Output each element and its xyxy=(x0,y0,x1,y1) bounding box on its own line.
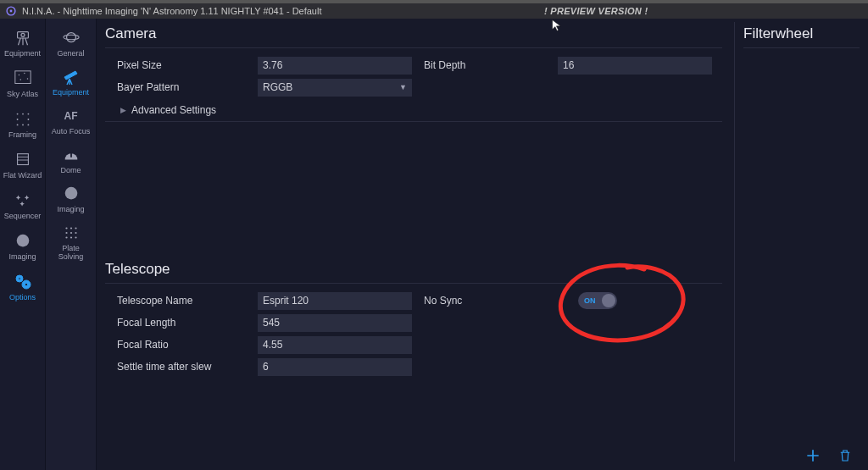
expander-advanced-settings[interactable]: ▶ Advanced Settings xyxy=(105,99,722,122)
svg-point-31 xyxy=(75,227,76,229)
svg-point-16 xyxy=(27,124,29,126)
input-focal-length[interactable] xyxy=(258,314,412,332)
nav-label: Options xyxy=(9,293,36,301)
nav-label: Flat Wizard xyxy=(3,171,42,180)
delete-button[interactable] xyxy=(836,446,854,465)
svg-point-29 xyxy=(65,227,67,229)
input-pixel-size[interactable] xyxy=(258,57,412,75)
nav-label: Imaging xyxy=(57,205,84,213)
svg-rect-4 xyxy=(14,71,30,84)
subnav-general[interactable]: General xyxy=(52,25,91,61)
svg-point-24 xyxy=(25,283,27,285)
row-settle-time: Settle time after slew xyxy=(105,357,722,377)
chevron-down-icon: ▼ xyxy=(399,83,407,91)
svg-point-34 xyxy=(75,232,76,234)
section-title-telescope: Telescope xyxy=(105,257,722,284)
toggle-no-sync[interactable]: ON xyxy=(578,292,617,309)
subnav-dome[interactable]: Dome xyxy=(52,142,91,178)
nav-label: Framing xyxy=(8,130,36,139)
label-focal-ratio: Focal Ratio xyxy=(105,339,258,351)
label-telescope-name: Telescope Name xyxy=(105,295,258,307)
nav-imaging[interactable]: Imaging xyxy=(3,229,42,264)
svg-point-30 xyxy=(70,227,71,229)
add-button[interactable] xyxy=(804,446,822,465)
preview-banner: ! PREVIEW VERSION ! xyxy=(544,6,648,16)
window-title: N.I.N.A. - Nighttime Imaging 'N' Astrono… xyxy=(22,6,322,16)
subnav-equipment[interactable]: Equipment xyxy=(52,64,91,100)
camera-tripod-icon xyxy=(12,29,34,47)
label-settle-time: Settle time after slew xyxy=(105,361,258,373)
nav-skyatlas[interactable]: Sky Atlas xyxy=(3,66,42,102)
svg-point-35 xyxy=(65,236,67,238)
dome-icon xyxy=(60,146,82,164)
svg-point-36 xyxy=(70,236,71,238)
secondary-sidebar: General Equipment AF Auto Focus Dome Ima… xyxy=(46,19,97,470)
nav-options[interactable]: Options xyxy=(3,269,42,305)
right-panel-actions xyxy=(804,446,854,465)
combo-bayer-value: RGGB xyxy=(263,81,292,93)
telescope-icon xyxy=(60,68,82,86)
triangle-right-icon: ▶ xyxy=(120,106,126,114)
toggle-no-sync-text: ON xyxy=(584,296,596,305)
combo-bayer-pattern[interactable]: RGGB ▼ xyxy=(258,79,412,97)
svg-point-37 xyxy=(75,236,76,238)
frame-dots-icon xyxy=(12,110,34,129)
svg-point-13 xyxy=(27,119,29,120)
nav-label: Imaging xyxy=(8,252,36,261)
af-icon: AF xyxy=(60,107,82,125)
gears-icon xyxy=(12,273,34,291)
subnav-platesolving[interactable]: Plate Solving xyxy=(52,220,91,264)
svg-point-12 xyxy=(16,119,18,120)
nav-label: Auto Focus xyxy=(52,127,91,135)
section-title-filterwheel: Filterwheel xyxy=(743,22,860,48)
input-bit-depth[interactable] xyxy=(558,57,712,75)
primary-sidebar: Equipment Sky Atlas Framing Flat Wizard … xyxy=(0,19,46,470)
nav-label: Equipment xyxy=(53,88,89,97)
nav-label: Sequencer xyxy=(4,212,42,220)
nav-sequencer[interactable]: Sequencer xyxy=(3,188,42,224)
nav-label: Equipment xyxy=(4,49,41,58)
svg-point-10 xyxy=(22,113,24,115)
toggle-knob xyxy=(602,294,615,307)
globe-icon xyxy=(12,232,34,251)
expander-label: Advanced Settings xyxy=(131,104,216,116)
swatch-icon xyxy=(12,151,34,169)
wand-stars-icon xyxy=(12,191,34,210)
row-telescope-name: Telescope Name No Sync ON xyxy=(105,290,722,311)
subnav-autofocus[interactable]: AF Auto Focus xyxy=(52,103,91,139)
label-focal-length: Focal Length xyxy=(105,317,258,329)
input-settle-time[interactable] xyxy=(258,358,412,376)
titlebar: N.I.N.A. - Nighttime Imaging 'N' Astrono… xyxy=(0,0,868,19)
svg-point-1 xyxy=(10,10,13,13)
row-bayer-pattern: Bayer Pattern RGGB ▼ xyxy=(105,77,722,97)
row-pixel-size: Pixel Size Bit Depth xyxy=(105,55,722,75)
svg-rect-27 xyxy=(70,152,72,157)
nav-framing[interactable]: Framing xyxy=(3,107,42,142)
svg-point-32 xyxy=(65,232,67,234)
svg-point-7 xyxy=(26,78,27,79)
nav-label: Plate Solving xyxy=(52,244,91,261)
stars-icon xyxy=(12,69,34,88)
section-title-camera: Camera xyxy=(105,22,722,48)
row-focal-ratio: Focal Ratio xyxy=(105,335,722,355)
svg-point-26 xyxy=(63,35,78,40)
svg-point-11 xyxy=(27,113,29,115)
subnav-imaging[interactable]: Imaging xyxy=(52,181,91,217)
svg-point-15 xyxy=(22,124,24,126)
nav-equipment[interactable]: Equipment xyxy=(3,25,42,61)
planet-icon xyxy=(60,29,82,47)
globe-icon xyxy=(60,185,82,203)
input-telescope-name[interactable] xyxy=(258,292,412,310)
svg-point-14 xyxy=(16,124,18,126)
svg-point-5 xyxy=(18,75,19,75)
svg-point-23 xyxy=(18,278,20,280)
label-bayer-pattern: Bayer Pattern xyxy=(105,81,258,93)
label-pixel-size: Pixel Size xyxy=(105,59,258,71)
nav-flatwizard[interactable]: Flat Wizard xyxy=(3,147,42,183)
svg-point-3 xyxy=(20,33,24,36)
input-focal-ratio[interactable] xyxy=(258,336,412,354)
app-logo-icon xyxy=(5,5,17,17)
svg-point-9 xyxy=(16,113,18,115)
svg-point-20 xyxy=(16,235,29,247)
nav-label: Sky Atlas xyxy=(7,90,38,98)
